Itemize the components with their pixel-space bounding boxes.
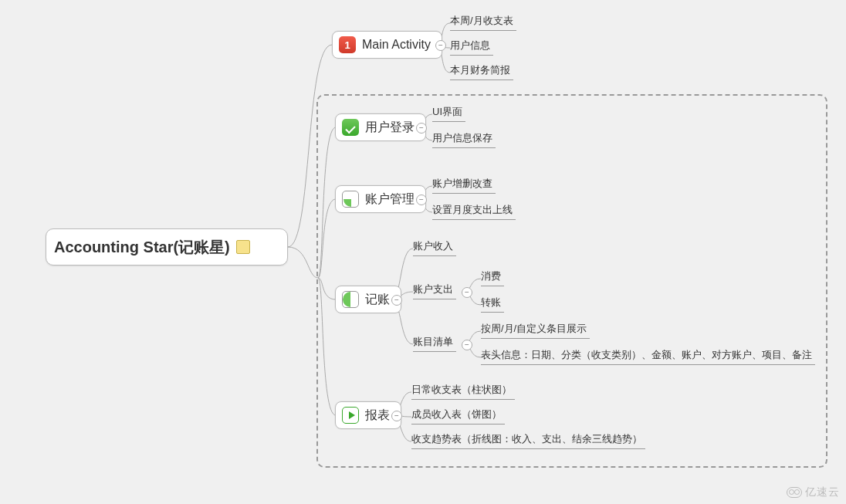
leaf-transfer[interactable]: 转账 [481,296,504,313]
note-icon[interactable] [236,240,250,254]
check-icon [342,119,359,136]
collapse-toggle[interactable] [416,123,427,134]
leaf-account-crud[interactable]: 账户增删改查 [432,177,496,194]
collapse-toggle[interactable] [391,295,402,306]
pie-quarter-icon [342,191,359,208]
watermark: 亿速云 [787,485,840,499]
leaf-user-info-save[interactable]: 用户信息保存 [432,131,496,148]
leaf-monthly-brief[interactable]: 本月财务简报 [450,63,513,80]
leaf-ui[interactable]: UI界面 [432,105,465,122]
leaf-trend-report[interactable]: 收支趋势表（折线图：收入、支出、结余三线趋势） [411,432,645,449]
leaf-consume[interactable]: 消费 [481,269,504,286]
collapse-toggle[interactable] [462,287,472,298]
leaf-monthly-limit[interactable]: 设置月度支出上线 [432,203,516,220]
collapse-toggle[interactable] [462,340,472,350]
leaf-account-income[interactable]: 账户收入 [413,239,456,256]
root-label: Accounting Star(记账星) [54,237,230,258]
pie-half-icon [342,291,359,308]
branch-user-login[interactable]: 用户登录 [335,113,426,141]
branch-label: 用户登录 [365,120,415,136]
play-icon [342,407,359,424]
branch-label: Main Activity [362,38,431,52]
collapse-toggle[interactable] [391,411,402,421]
subbranch-account-expense[interactable]: 账户支出 [413,282,456,299]
collapse-toggle[interactable] [416,194,427,205]
cloud-icon [787,487,802,498]
branch-label: 报表 [365,408,390,424]
leaf-ledger-view[interactable]: 按周/月/自定义条目展示 [481,322,590,339]
leaf-member-income[interactable]: 成员收入表（饼图） [411,408,505,425]
subbranch-ledger[interactable]: 账目清单 [413,335,456,352]
branch-label: 记账 [365,292,390,308]
leaf-daily-report[interactable]: 日常收支表（柱状图） [411,383,515,400]
collapse-toggle[interactable] [435,40,446,51]
leaf-ledger-header[interactable]: 表头信息：日期、分类（收支类别）、金额、账户、对方账户、项目、备注 [481,348,815,365]
root-node[interactable]: Accounting Star(记账星) [46,228,288,266]
priority-1-icon: 1 [339,36,356,53]
leaf-weekly-monthly-report[interactable]: 本周/月收支表 [450,14,516,31]
leaf-user-info[interactable]: 用户信息 [450,39,493,56]
branch-main-activity[interactable]: 1 Main Activity [332,31,442,59]
watermark-text: 亿速云 [805,485,840,499]
branch-label: 账户管理 [365,191,415,208]
branch-account-mgmt[interactable]: 账户管理 [335,185,426,213]
